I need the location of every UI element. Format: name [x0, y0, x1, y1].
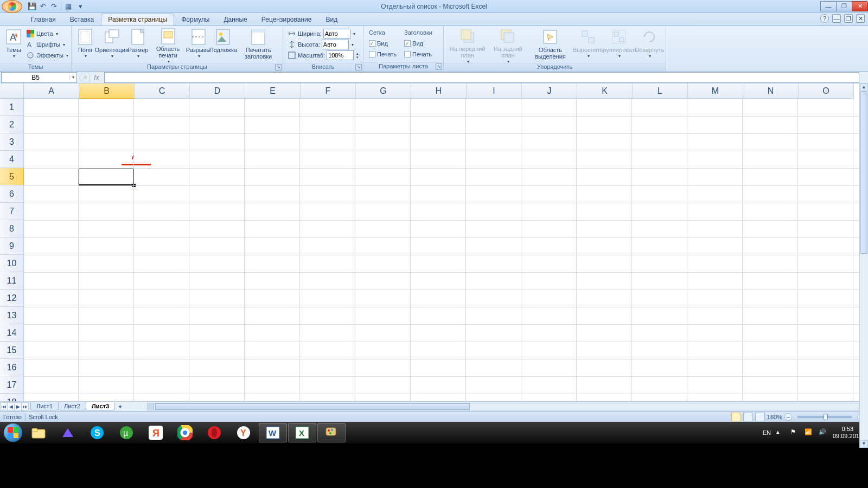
row-header[interactable]: 1 [0, 99, 24, 116]
gridlines-view-check[interactable]: ✓Вид [368, 38, 398, 49]
headings-print-check[interactable]: Печать [403, 49, 433, 60]
horizontal-scrollbar[interactable] [147, 403, 859, 410]
sheet-next-icon[interactable]: ▶ [14, 402, 22, 411]
row-header[interactable]: 9 [0, 237, 24, 255]
height-dropdown-icon[interactable]: ▾ [352, 42, 354, 47]
tab-data[interactable]: Данные [216, 14, 254, 25]
vertical-scrollbar[interactable]: ▲ ▼ [859, 84, 868, 448]
sheet-tab[interactable]: Лист1 [30, 402, 59, 410]
undo-icon[interactable]: ↶ [38, 2, 48, 11]
print-titles-button[interactable]: Печатать заголовки [236, 27, 280, 62]
taskbar-yandex-icon[interactable]: Я [142, 423, 170, 442]
orientation-button[interactable]: Ориентация▾ [97, 27, 126, 62]
taskbar-opera-icon[interactable] [200, 423, 228, 442]
tab-page-layout[interactable]: Разметка страницы [101, 14, 174, 25]
view-page-break-button[interactable] [755, 413, 765, 421]
sheet-tab[interactable]: Лист3 [86, 402, 115, 410]
margins-button[interactable]: Поля▾ [74, 27, 97, 62]
col-header[interactable]: O [799, 84, 854, 99]
col-header[interactable]: F [301, 84, 356, 99]
scale-input[interactable] [327, 50, 354, 60]
scroll-up-icon[interactable]: ▲ [860, 84, 868, 91]
taskbar-utorrent-icon[interactable]: µ [112, 423, 141, 442]
tray-network-icon[interactable]: 📶 [805, 428, 813, 437]
tab-insert[interactable]: Вставка [63, 14, 101, 25]
row-header[interactable]: 11 [0, 272, 24, 290]
tray-flag-icon[interactable]: ⚑ [790, 428, 799, 437]
row-header[interactable]: 6 [0, 185, 24, 203]
col-header[interactable]: I [467, 84, 522, 99]
page-setup-launcher[interactable]: ↘ [275, 64, 282, 70]
row-header[interactable]: 2 [0, 116, 24, 133]
cells-area[interactable] [24, 99, 868, 401]
tab-formulas[interactable]: Формулы [174, 14, 216, 25]
size-button[interactable]: Размер▾ [126, 27, 149, 62]
taskbar-chrome-icon[interactable] [171, 423, 199, 442]
row-header[interactable]: 15 [0, 342, 24, 359]
col-header[interactable]: N [743, 84, 799, 99]
row-header[interactable]: 7 [0, 203, 24, 220]
formula-input[interactable] [104, 72, 859, 83]
name-box-input[interactable] [2, 74, 69, 81]
width-dropdown-icon[interactable]: ▾ [353, 31, 355, 36]
maximize-button[interactable]: ❐ [836, 1, 852, 11]
scale-launcher[interactable]: ↘ [355, 64, 362, 70]
taskbar-word-icon[interactable]: W [259, 423, 287, 442]
row-header[interactable]: 17 [0, 376, 24, 394]
save-icon[interactable]: 💾 [27, 2, 37, 11]
scale-up-icon[interactable]: ▴ [356, 52, 359, 55]
headings-view-check[interactable]: ✓Вид [403, 38, 433, 49]
sheet-last-icon[interactable]: ⏭ [21, 402, 29, 411]
taskbar-skype-icon[interactable]: S [83, 423, 111, 442]
gridlines-print-check[interactable]: Печать [368, 49, 398, 60]
col-header[interactable]: H [411, 84, 467, 99]
new-sheet-icon[interactable]: ✦ [114, 403, 125, 410]
breaks-button[interactable]: Разрывы▾ [187, 27, 210, 62]
col-header[interactable]: E [245, 84, 301, 99]
name-box-dropdown-icon[interactable]: ▾ [69, 75, 76, 80]
col-header[interactable]: A [24, 84, 79, 99]
row-header[interactable]: 8 [0, 220, 24, 237]
taskbar-yandex-browser-icon[interactable]: Y [229, 423, 258, 442]
col-header[interactable]: G [356, 84, 411, 99]
tray-up-icon[interactable]: ▴ [776, 428, 785, 437]
col-header[interactable]: J [522, 84, 577, 99]
switch-windows-icon[interactable]: ▦ [63, 2, 73, 11]
fx-icon[interactable]: fx [91, 73, 102, 82]
sheet-first-icon[interactable]: ⏮ [0, 402, 8, 411]
zoom-slider[interactable] [797, 416, 852, 418]
themes-button[interactable]: Aa Темы▾ [2, 27, 25, 62]
row-header[interactable]: 16 [0, 359, 24, 376]
fit-width-input[interactable] [323, 29, 350, 38]
tab-review[interactable]: Рецензирование [254, 14, 319, 25]
name-box[interactable]: ▾ [1, 72, 77, 83]
theme-colors-button[interactable]: Цвета▾ [25, 28, 69, 39]
scale-down-icon[interactable]: ▾ [356, 55, 359, 59]
col-header[interactable]: M [688, 84, 743, 99]
tray-clock[interactable]: 0:53 09.09.2018 [833, 426, 863, 440]
tab-split-handle[interactable] [148, 403, 154, 410]
fit-height-input[interactable] [322, 40, 349, 49]
scrollbar-thumb[interactable] [155, 403, 470, 410]
taskbar-explorer-icon[interactable] [24, 423, 53, 442]
scroll-down-icon[interactable]: ▼ [860, 440, 868, 448]
col-header[interactable]: C [135, 84, 190, 99]
row-header[interactable]: 14 [0, 324, 24, 342]
start-button[interactable] [2, 422, 24, 444]
print-area-button[interactable]: Область печати▾ [149, 27, 186, 62]
tray-volume-icon[interactable]: 🔊 [819, 428, 827, 437]
sheet-tab[interactable]: Лист2 [58, 402, 86, 410]
row-header[interactable]: 3 [0, 133, 24, 151]
theme-effects-button[interactable]: Эффекты▾ [25, 50, 69, 61]
col-header[interactable]: B [79, 84, 135, 99]
row-header[interactable]: 12 [0, 290, 24, 307]
redo-icon[interactable]: ↷ [49, 2, 59, 11]
col-header[interactable]: D [190, 84, 245, 99]
col-header[interactable]: L [633, 84, 688, 99]
close-button[interactable]: ✕ [852, 1, 868, 11]
theme-fonts-button[interactable]: AШрифты▾ [25, 39, 69, 50]
tray-lang[interactable]: EN [763, 429, 771, 436]
view-page-layout-button[interactable] [743, 413, 753, 421]
doc-minimize-icon[interactable]: — [832, 14, 841, 23]
doc-restore-icon[interactable]: ❐ [844, 14, 853, 23]
